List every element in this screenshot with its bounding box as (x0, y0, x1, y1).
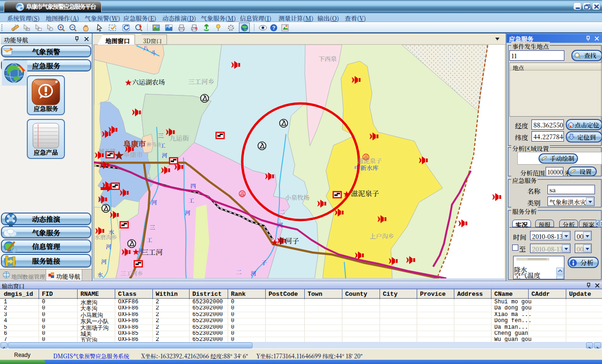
svg-text:河: 河 (151, 198, 157, 206)
svg-text:中新水库: 中新水库 (354, 163, 379, 172)
svg-text:阜康市: 阜康市 (123, 138, 146, 149)
svg-text:斗: 斗 (150, 48, 156, 56)
svg-text:下西泉: 下西泉 (318, 54, 337, 63)
svg-text:河: 河 (138, 246, 144, 254)
svg-text:城关镇: 城关镇 (99, 147, 116, 155)
svg-text:河: 河 (185, 208, 190, 216)
svg-text:二: 二 (236, 268, 242, 276)
svg-text:水: 水 (97, 270, 103, 278)
svg-text:河: 河 (106, 242, 111, 250)
svg-text:种马场: 种马场 (147, 141, 161, 148)
svg-text:子: 子 (261, 258, 267, 266)
svg-text:甘河子: 甘河子 (278, 236, 299, 245)
svg-text:河: 河 (101, 257, 107, 265)
svg-text:四: 四 (190, 182, 196, 190)
svg-text:三工河乡: 三工河乡 (188, 77, 214, 86)
svg-text:三工河乡: 三工河乡 (120, 269, 143, 277)
svg-text:八: 八 (143, 45, 149, 52)
svg-text:河: 河 (277, 221, 283, 229)
svg-text:工: 工 (160, 141, 166, 149)
svg-text:水: 水 (109, 228, 114, 236)
svg-text:河: 河 (251, 269, 256, 277)
svg-text:河: 河 (162, 151, 167, 159)
svg-text:?: ? (272, 25, 276, 31)
svg-text:三: 三 (150, 223, 155, 231)
svg-text:二: 二 (279, 207, 285, 215)
svg-text:三工河: 三工河 (142, 247, 163, 257)
svg-text:滋泥泉子: 滋泥泉子 (351, 188, 379, 198)
svg-text:小泉牧场: 小泉牧场 (285, 193, 309, 202)
svg-text:上户沟乡: 上户沟乡 (370, 231, 394, 240)
svg-text:六运湖农场: 六运湖农场 (132, 77, 165, 87)
svg-text:工: 工 (189, 196, 194, 204)
svg-text:工: 工 (147, 236, 152, 244)
svg-text:阜康市: 阜康市 (123, 150, 143, 159)
svg-text:九运街: 九运街 (169, 133, 189, 142)
svg-text:三: 三 (158, 131, 164, 139)
